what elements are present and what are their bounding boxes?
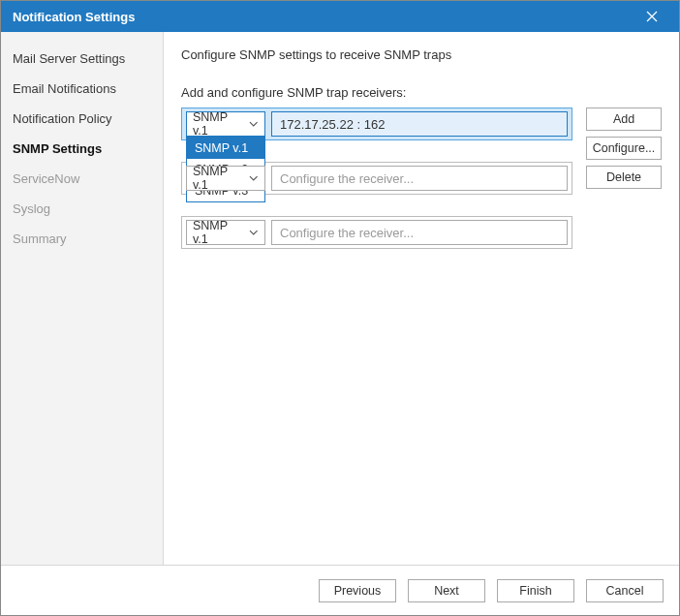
receiver-row[interactable]: SNMP v.1 172.17.25.22 : 162 SNMP v.1 SNM… <box>181 108 572 140</box>
receiver-row[interactable]: SNMP v.1 Configure the receiver... <box>181 216 572 249</box>
version-select-value: SNMP v.1 <box>193 165 243 192</box>
section-label: Add and configure SNMP trap receivers: <box>181 85 662 100</box>
version-select[interactable]: SNMP v.1 <box>186 111 265 137</box>
receiver-address-input[interactable]: Configure the receiver... <box>271 220 568 245</box>
version-select-value: SNMP v.1 <box>193 219 243 246</box>
main-panel: Configure SNMP settings to receive SNMP … <box>164 32 679 565</box>
sidebar-item-email-notifications[interactable]: Email Notifications <box>1 74 163 104</box>
previous-button[interactable]: Previous <box>319 579 396 602</box>
receiver-address-input[interactable]: 172.17.25.22 : 162 <box>271 111 568 137</box>
version-select-value: SNMP v.1 <box>193 110 243 138</box>
chevron-down-icon <box>249 175 259 181</box>
page-heading: Configure SNMP settings to receive SNMP … <box>181 47 662 62</box>
add-button[interactable]: Add <box>586 108 662 131</box>
chevron-down-icon <box>249 121 259 127</box>
configure-button[interactable]: Configure... <box>586 137 662 160</box>
footer: Previous Next Finish Cancel <box>1 565 679 615</box>
dialog-body: Mail Server Settings Email Notifications… <box>1 32 679 565</box>
receiver-address-input[interactable]: Configure the receiver... <box>271 166 568 191</box>
notification-settings-window: Notification Settings Mail Server Settin… <box>0 0 680 616</box>
version-option[interactable]: SNMP v.1 <box>187 138 264 159</box>
chevron-down-icon <box>249 230 259 235</box>
window-title: Notification Settings <box>13 10 633 24</box>
sidebar-item-servicenow[interactable]: ServiceNow <box>1 164 163 194</box>
finish-button[interactable]: Finish <box>497 579 574 602</box>
sidebar: Mail Server Settings Email Notifications… <box>1 32 164 565</box>
sidebar-item-notification-policy[interactable]: Notification Policy <box>1 104 163 134</box>
titlebar: Notification Settings <box>1 1 679 32</box>
delete-button[interactable]: Delete <box>586 166 662 189</box>
sidebar-item-syslog[interactable]: Syslog <box>1 194 163 224</box>
close-button[interactable] <box>633 1 671 32</box>
receiver-row[interactable]: SNMP v.1 Configure the receiver... <box>181 162 572 195</box>
action-buttons: Add Configure... Delete <box>586 108 662 189</box>
receivers-area: SNMP v.1 172.17.25.22 : 162 SNMP v.1 SNM… <box>181 108 662 249</box>
sidebar-item-summary[interactable]: Summary <box>1 224 163 254</box>
sidebar-item-mail-server-settings[interactable]: Mail Server Settings <box>1 44 163 74</box>
sidebar-item-snmp-settings[interactable]: SNMP Settings <box>1 134 163 164</box>
receiver-rows: SNMP v.1 172.17.25.22 : 162 SNMP v.1 SNM… <box>181 108 572 249</box>
version-select[interactable]: SNMP v.1 <box>186 220 265 245</box>
close-icon <box>646 11 658 22</box>
cancel-button[interactable]: Cancel <box>586 579 664 602</box>
next-button[interactable]: Next <box>408 579 485 602</box>
version-select[interactable]: SNMP v.1 <box>186 166 265 191</box>
